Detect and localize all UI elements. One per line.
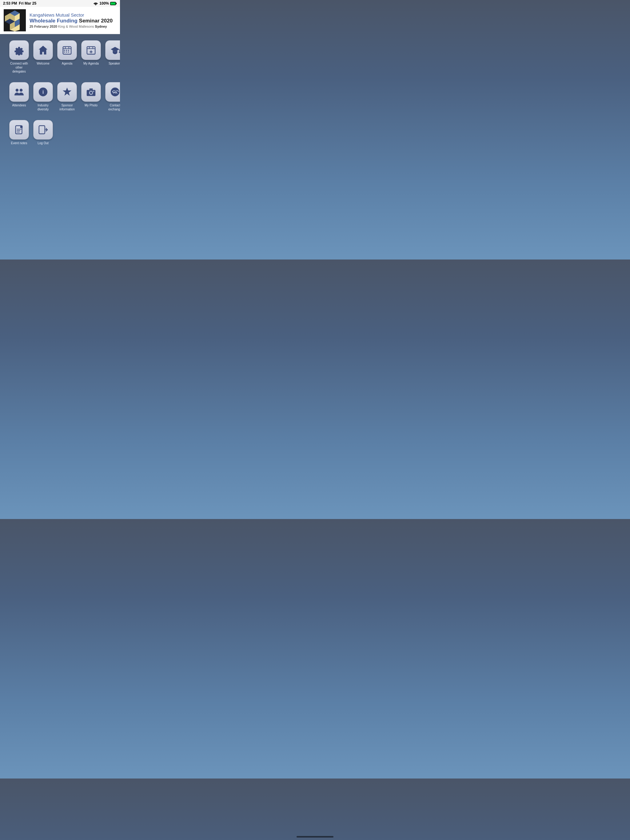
svg-marker-37 [63,88,71,96]
speakers-icon-box[interactable] [105,40,120,60]
contact-label: Contact exchange [105,103,120,111]
svg-rect-23 [68,52,69,52]
svg-rect-45 [20,126,23,128]
gear-icon [14,45,24,55]
logout-item[interactable]: Log Out [33,120,53,145]
note-icon [14,125,24,135]
home-icon [38,45,48,55]
svg-point-34 [20,89,22,92]
eventnotes-item[interactable]: Event notes [9,120,29,145]
svg-rect-19 [66,50,67,51]
sponsor-label: Sponsor information [57,103,77,111]
info-icon: i [38,87,48,97]
eventnotes-icon-box[interactable] [9,120,29,140]
wifi-icon [93,2,98,5]
calendar-grid-icon [62,45,72,55]
industry-icon-box[interactable]: i [33,82,53,102]
connect-label: Connect with other delegates [9,62,29,74]
speakers-item[interactable]: Speakers [105,40,120,74]
connect-icon-box[interactable] [9,40,29,60]
star-icon [62,87,72,97]
svg-text:i: i [43,89,44,95]
main-content: Connect with other delegates Welcome [0,34,120,166]
attendees-item[interactable]: Attendees [9,82,29,111]
welcome-item[interactable]: Welcome [33,40,53,74]
header-text: KangaNews Mutual Sector Wholesale Fundin… [30,12,112,28]
industry-label: Industry diversity [33,103,53,111]
event-title: Wholesale Funding Seminar 2020 [30,18,112,24]
app-name: KangaNews Mutual Sector [30,12,112,18]
svg-point-43 [111,88,119,96]
welcome-icon-box[interactable] [33,40,53,60]
app-logo [4,9,26,32]
myphoto-item[interactable]: My Photo [81,82,101,111]
eventnotes-label: Event notes [11,141,27,145]
myphoto-icon-box[interactable] [81,82,101,102]
status-date: Fri Mar 25 [19,1,36,6]
people-icon [14,87,24,97]
myphoto-label: My Photo [85,103,98,107]
icon-row-2: Attendees i Industry diversity Sponsor i… [9,82,111,111]
svg-point-32 [119,52,120,53]
contact-item[interactable]: Contact exchange [105,82,120,111]
battery-icon [110,2,117,5]
logout-icon-box[interactable] [33,120,53,140]
svg-rect-22 [66,52,67,52]
industry-item[interactable]: i Industry diversity [33,82,53,111]
svg-point-33 [16,89,19,92]
icon-row-3: Event notes Log Out [9,120,111,145]
agenda-item[interactable]: Agenda [57,40,77,74]
svg-rect-41 [89,88,93,90]
my-agenda-icon-box[interactable] [81,40,101,60]
logout-icon [38,125,48,135]
icon-row-1: Connect with other delegates Welcome [9,40,111,74]
svg-rect-18 [64,50,65,51]
svg-rect-49 [39,126,45,134]
svg-point-40 [90,92,92,94]
camera-icon [86,87,96,97]
welcome-label: Welcome [36,62,49,65]
attendees-icon-box[interactable] [9,82,29,102]
agenda-icon-box[interactable] [57,40,77,60]
attendees-label: Attendees [12,103,26,107]
status-bar: 2:53 PM Fri Mar 25 100% [0,0,120,7]
sponsor-icon-box[interactable] [57,82,77,102]
calendar-plus-icon [86,45,96,55]
my-agenda-label: My Agenda [83,62,99,65]
status-battery: 100% [99,1,109,6]
status-time: 2:53 PM [3,1,17,6]
event-date: 25 February 2020 King & Wood Mallesons S… [30,25,112,28]
logout-label: Log Out [38,141,49,145]
app-header: KangaNews Mutual Sector Wholesale Fundin… [0,7,120,34]
graduation-icon [110,45,120,55]
svg-rect-2 [111,2,116,5]
my-agenda-item[interactable]: My Agenda [81,40,101,74]
speakers-label: Speakers [109,62,120,65]
connect-item[interactable]: Connect with other delegates [9,40,29,74]
svg-rect-21 [64,52,65,52]
svg-rect-20 [68,50,69,51]
svg-rect-1 [116,3,117,4]
sponsor-item[interactable]: Sponsor information [57,82,77,111]
svg-point-42 [93,91,95,92]
handshake-icon [110,87,120,97]
contact-icon-box[interactable] [105,82,120,102]
svg-marker-30 [111,47,119,52]
agenda-label: Agenda [62,62,72,65]
